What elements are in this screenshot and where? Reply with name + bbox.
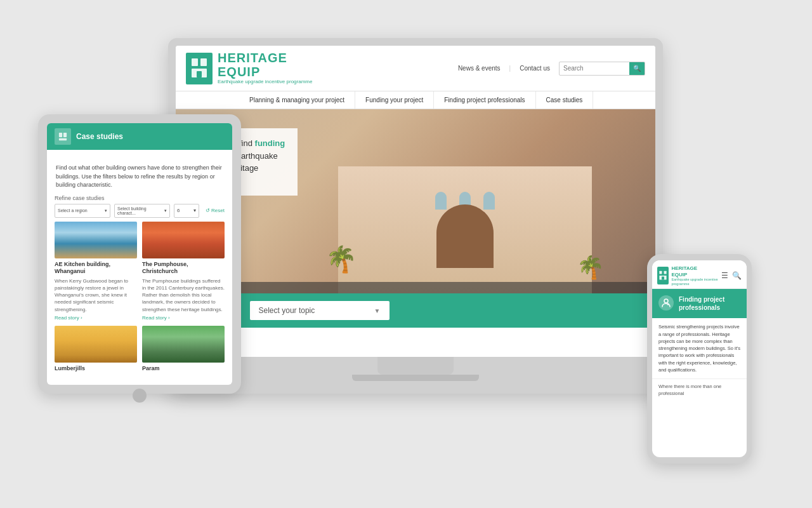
- card-3-bg: [142, 326, 225, 363]
- hero-area: 🌴 🌴 e place to find funding advice to ea…: [176, 109, 655, 293]
- card-1-bg: [142, 222, 225, 258]
- card-1-image: [142, 222, 225, 258]
- logo-icon: [186, 53, 213, 84]
- phone-body-text: Seismic strengthening projects involve a…: [652, 318, 747, 378]
- building-arch: [436, 204, 494, 268]
- items-per-page-select[interactable]: 6 ▾: [174, 204, 199, 218]
- phone-header: HERITAGE EQUIP Earthquake upgrade incent…: [652, 260, 747, 289]
- reset-button[interactable]: ↺ Reset: [206, 204, 225, 218]
- phone-logo-name: HERITAGE EQUIP: [671, 265, 721, 277]
- dropdown-arrow-icon: ▼: [374, 307, 381, 314]
- card-1-read-more[interactable]: Read story ›: [142, 315, 225, 321]
- building-select[interactable]: Select building charact... ▾: [114, 204, 170, 218]
- tablet-card-3: Param: [142, 326, 225, 375]
- palm-tree-left-icon: 🌴: [325, 244, 357, 274]
- tablet-cards-grid: AE Kitchen building, Whanganui When Kerr…: [55, 222, 225, 375]
- tablet-device: Case studies Find out what other buildin…: [38, 114, 241, 394]
- hero-highlight-funding: funding: [255, 138, 285, 148]
- tablet-content: Find out what other building owners have…: [47, 150, 232, 382]
- phone-nav-icons: ☰ 🔍: [721, 271, 742, 280]
- svg-rect-7: [660, 271, 662, 274]
- card-1-text: The Pumphouse buildings suffered in the …: [142, 277, 225, 313]
- phone-hero-title: Finding project professionals: [679, 295, 740, 312]
- region-select-text: Select a region: [58, 208, 88, 213]
- phone-professionals-icon: [658, 295, 674, 311]
- building-chevron-icon: ▾: [164, 208, 167, 213]
- card-0-bg: [55, 222, 137, 258]
- svg-rect-0: [192, 58, 198, 66]
- nav-item-case-studies[interactable]: Case studies: [536, 91, 594, 109]
- svg-point-11: [664, 299, 668, 303]
- desktop-screen: HERITAGE EQUIP Earthquake upgrade incent…: [176, 46, 655, 357]
- phone-extra-text: Where there is more than one professiona…: [652, 378, 747, 403]
- monitor-stand: [377, 357, 454, 375]
- hero-caption: and Heritage: [176, 282, 655, 293]
- topic-select[interactable]: Select your topic ▼: [250, 301, 390, 320]
- building-illustration: 🌴 🌴: [313, 141, 617, 293]
- card-2-image: [55, 326, 137, 363]
- tablet-section-header: Case studies: [47, 123, 232, 150]
- phone-logo-subtitle: Earthquake upgrade incentive programme: [671, 277, 721, 286]
- items-value: 6: [177, 208, 180, 213]
- tablet-screen: Case studies Find out what other buildin…: [47, 123, 232, 385]
- svg-rect-6: [59, 138, 67, 141]
- svg-rect-1: [200, 58, 207, 66]
- phone-logo: HERITAGE EQUIP Earthquake upgrade incent…: [657, 265, 721, 286]
- divider: |: [509, 65, 511, 72]
- contact-link[interactable]: Contact us: [520, 65, 550, 72]
- tablet-home-button[interactable]: [133, 389, 147, 403]
- search-box[interactable]: 🔍: [559, 62, 645, 76]
- news-events-link[interactable]: News & events: [458, 65, 501, 72]
- window-1: [435, 192, 447, 210]
- topic-select-text: Select your topic: [259, 306, 315, 315]
- nav-item-professionals[interactable]: Finding project professionals: [434, 91, 535, 109]
- reset-icon: ↺: [206, 208, 210, 213]
- window-3: [483, 192, 495, 210]
- phone-logo-text-block: HERITAGE EQUIP Earthquake upgrade incent…: [671, 265, 721, 286]
- phone-logo-icon: [657, 267, 669, 284]
- phone-screen: HERITAGE EQUIP Earthquake upgrade incent…: [652, 260, 747, 457]
- site-nav: Planning & managing your project Funding…: [176, 91, 655, 109]
- card-2-bg: [55, 326, 137, 363]
- tablet-card-0: AE Kitchen building, Whanganui When Kerr…: [55, 222, 137, 321]
- logo-text: HERITAGE EQUIP Earthquake upgrade incent…: [218, 51, 312, 85]
- search-input[interactable]: [560, 64, 629, 73]
- svg-rect-5: [63, 133, 67, 137]
- items-chevron-icon: ▾: [193, 208, 196, 213]
- tablet-description: Find out what other building owners have…: [55, 164, 225, 190]
- site-header: HERITAGE EQUIP Earthquake upgrade incent…: [176, 46, 655, 91]
- desktop-monitor: HERITAGE EQUIP Earthquake upgrade incent…: [168, 38, 663, 394]
- region-select[interactable]: Select a region ▾: [55, 204, 110, 218]
- building-main: [338, 166, 592, 293]
- tablet-header-label: Case studies: [76, 132, 123, 141]
- phone-hero-section: Finding project professionals: [652, 289, 747, 318]
- site-logo: HERITAGE EQUIP Earthquake upgrade incent…: [186, 51, 312, 85]
- card-2-title: Lumberjills: [55, 365, 137, 373]
- monitor-base: [352, 375, 479, 381]
- svg-rect-10: [662, 277, 664, 280]
- card-3-title: Param: [142, 365, 225, 373]
- card-0-read-more[interactable]: Read story ›: [55, 315, 137, 321]
- card-0-title: AE Kitchen building, Whanganui: [55, 261, 137, 276]
- card-1-title: The Pumphouse, Christchurch: [142, 261, 225, 276]
- tablet-card-2: Lumberjills: [55, 326, 137, 375]
- card-0-image: [55, 222, 137, 258]
- phone-device: HERITAGE EQUIP Earthquake upgrade incent…: [647, 254, 752, 464]
- svg-rect-3: [197, 71, 202, 77]
- search-bar: I'm looking for Select your topic ▼: [176, 293, 655, 328]
- tablet-filters-label: Refine case studies: [55, 195, 225, 201]
- logo-name: HERITAGE EQUIP: [218, 51, 312, 79]
- region-chevron-icon: ▾: [105, 208, 107, 213]
- nav-item-planning[interactable]: Planning & managing your project: [239, 91, 355, 109]
- phone-search-icon[interactable]: 🔍: [732, 271, 742, 280]
- svg-rect-4: [59, 133, 62, 137]
- header-right: News & events | Contact us 🔍: [458, 62, 645, 76]
- tablet-card-1: The Pumphouse, Christchurch The Pumphous…: [142, 222, 225, 321]
- palm-tree-right-icon: 🌴: [577, 255, 605, 281]
- nav-item-funding[interactable]: Funding your project: [355, 91, 434, 109]
- tablet-case-studies-icon: [55, 128, 71, 145]
- search-button[interactable]: 🔍: [629, 62, 645, 76]
- building-select-text: Select building charact...: [117, 206, 164, 215]
- header-top-links: News & events | Contact us 🔍: [458, 62, 645, 76]
- hamburger-menu-icon[interactable]: ☰: [721, 271, 728, 280]
